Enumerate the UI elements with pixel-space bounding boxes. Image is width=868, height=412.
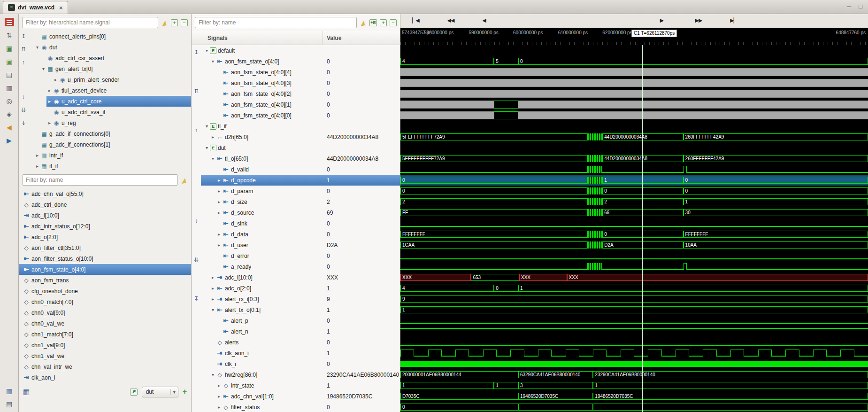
wave-row[interactable] bbox=[400, 250, 868, 261]
signal-list-item[interactable]: ⇤aon_filter_status_o[10:0] bbox=[19, 253, 191, 264]
column-header-value[interactable]: Value bbox=[323, 35, 400, 41]
clear-filter-icon[interactable]: ◢ bbox=[160, 18, 169, 27]
tree-item[interactable]: ▾▦gen_alert_tx[0] bbox=[28, 63, 191, 74]
line-down-icon[interactable]: ↓ bbox=[22, 93, 25, 101]
expander-icon[interactable]: ▾ bbox=[34, 45, 40, 50]
wave-row[interactable]: 5FEFFFFFFFF72A944D20000000034A8260FFFFFF… bbox=[400, 153, 868, 164]
timeline[interactable]: 574394757 ps580000000 ps590000000 ps6000… bbox=[400, 28, 868, 45]
grid-view-icon[interactable]: ▦ bbox=[23, 388, 30, 396]
signal-row[interactable]: ▸⇤adc_chn_val[1:0]19486520D7035C bbox=[201, 391, 400, 402]
tab-dvt-wave[interactable]: ≈ dvt_wave.vcd × bbox=[3, 1, 68, 14]
signal-row[interactable]: ▸◇filter_status0 bbox=[201, 402, 400, 412]
wave-row[interactable]: 221 bbox=[400, 196, 868, 207]
line-down-icon[interactable]: ↓ bbox=[195, 218, 198, 225]
signal-row[interactable]: ▾Edut bbox=[201, 142, 400, 153]
expander-icon[interactable]: ▸ bbox=[46, 120, 53, 125]
wave-row[interactable]: 0 bbox=[400, 402, 868, 412]
tree-item[interactable]: ▸◉tlul_assert_device bbox=[28, 85, 191, 96]
expander-icon[interactable]: ▸ bbox=[216, 232, 222, 237]
signal-list-item[interactable]: ◇chn1_match[7:0] bbox=[19, 329, 191, 340]
expander-icon[interactable]: ▸ bbox=[216, 210, 222, 215]
zoom-icon[interactable]: ◎ bbox=[5, 97, 14, 105]
signal-row[interactable]: ▸⇤d_userD2A bbox=[201, 240, 400, 250]
cursor-flag[interactable]: C1 T=626112870ps bbox=[631, 30, 677, 37]
tree-item[interactable]: ▾◉dut bbox=[28, 42, 191, 53]
signal-row[interactable]: ▸⇤d_size2 bbox=[201, 196, 400, 207]
waveform-snapshot-icon[interactable]: ▣ bbox=[5, 44, 14, 53]
tree-item[interactable]: ▸▦intr_if bbox=[28, 150, 191, 161]
signal-list-item[interactable]: ◇chn_val_intr_we bbox=[19, 361, 191, 372]
wave-row[interactable]: 010 bbox=[400, 175, 868, 186]
fast-backward-button[interactable]: ◀◀ bbox=[447, 17, 454, 23]
signal-row[interactable]: ⇤alert_n1 bbox=[201, 326, 400, 337]
wave-row[interactable]: 000 bbox=[400, 186, 868, 196]
signal-list-item[interactable]: ◇cfg_oneshot_done bbox=[19, 286, 191, 296]
hierarchy-filter-input[interactable] bbox=[22, 17, 158, 28]
signal-row[interactable]: ⇤alert_p0 bbox=[201, 315, 400, 326]
inspect-icon[interactable]: ◈ bbox=[5, 110, 14, 118]
wave-row[interactable]: FF6930 bbox=[400, 207, 868, 218]
expander-icon[interactable]: ▸ bbox=[34, 163, 40, 169]
signal-row[interactable]: ◇alerts0 bbox=[201, 337, 400, 348]
collapse-all-icon[interactable]: − bbox=[181, 19, 188, 26]
clear-filter-icon[interactable]: ◢ bbox=[180, 176, 188, 184]
expander-icon[interactable]: ▸ bbox=[216, 178, 222, 183]
expander-icon[interactable]: ▸ bbox=[53, 77, 59, 82]
scroll-to-top-icon[interactable]: ↥ bbox=[194, 49, 199, 56]
wave-row[interactable] bbox=[400, 326, 868, 337]
cursor-line[interactable] bbox=[642, 45, 643, 412]
step-backward-button[interactable]: ◀ bbox=[482, 17, 485, 23]
signal-row[interactable]: ⇤d_valid0 bbox=[201, 164, 400, 175]
wave-row[interactable]: FFFFFFFF0FFFFFFFF bbox=[400, 229, 868, 240]
signal-row[interactable]: ⇤aon_fsm_state_o[4:0][2]0 bbox=[201, 88, 400, 99]
expander-icon[interactable]: ▸ bbox=[210, 286, 216, 291]
page-up-icon[interactable]: ⇈ bbox=[21, 46, 26, 53]
signal-row[interactable]: ⇤d_error0 bbox=[201, 250, 400, 261]
histogram-icon[interactable]: ▤ bbox=[5, 70, 14, 79]
signal-row[interactable]: ▾⇤aon_fsm_state_o[4:0]0 bbox=[201, 56, 400, 67]
expander-icon[interactable]: ▾ bbox=[204, 124, 210, 129]
signal-list-item[interactable]: ◇chn1_val[9:0] bbox=[19, 340, 191, 350]
wave-row[interactable] bbox=[400, 45, 868, 56]
add-signal-icon[interactable]: + bbox=[183, 388, 187, 396]
wave-row[interactable] bbox=[400, 337, 868, 348]
signal-row[interactable]: ▸⇤d_data0 bbox=[201, 229, 400, 240]
expander-icon[interactable]: ▸ bbox=[210, 296, 216, 302]
tree-item[interactable]: ◉adc_ctrl_csr_assert bbox=[28, 53, 191, 63]
wave-row[interactable]: 1CAAD2A10AA bbox=[400, 240, 868, 250]
expander-icon[interactable]: ▾ bbox=[204, 145, 210, 150]
signal-list-item[interactable]: ⇥clk_aon_i bbox=[19, 372, 191, 383]
step-forward-button[interactable]: ▶ bbox=[660, 17, 663, 23]
wave-row[interactable] bbox=[400, 78, 868, 88]
signal-filter-input[interactable] bbox=[22, 174, 178, 186]
signal-row[interactable]: ⇤a_ready0 bbox=[201, 261, 400, 272]
wave-row[interactable]: 5FEFFFFFFFF72A944D20000000034A8260FFFFFF… bbox=[400, 132, 868, 142]
expander-icon[interactable]: ▸ bbox=[210, 134, 216, 140]
signal-list-item[interactable]: ⇤adc_o[2:0] bbox=[19, 232, 191, 242]
wave-row[interactable]: 1131 bbox=[400, 380, 868, 391]
scroll-to-top-icon[interactable]: ↥ bbox=[21, 33, 26, 40]
wave-row[interactable] bbox=[400, 67, 868, 78]
expand-all-icon[interactable]: + bbox=[380, 19, 387, 26]
page-up-icon[interactable]: ⇈ bbox=[194, 88, 199, 95]
wave-row[interactable]: 200000001AE06B8000014463290CA41AE06B8000… bbox=[400, 369, 868, 380]
signal-row[interactable]: ▸⇤d_param0 bbox=[201, 186, 400, 196]
wave-row[interactable]: 401 bbox=[400, 283, 868, 294]
expander-icon[interactable]: ▾ bbox=[204, 48, 210, 53]
scope-link-icon[interactable]: -E bbox=[130, 389, 138, 396]
wave-row[interactable]: D7035C19486520D7035C19486520D7035C bbox=[400, 391, 868, 402]
wave-row[interactable] bbox=[400, 164, 868, 175]
add-scope-icon[interactable]: +E bbox=[369, 19, 377, 26]
tree-item[interactable]: ▦connect_alerts_pins[0] bbox=[28, 31, 191, 42]
signal-list-item[interactable]: ◇aon_fsm_trans bbox=[19, 275, 191, 286]
wave-row[interactable]: XXX653XXXXXX bbox=[400, 272, 868, 283]
wave-row[interactable]: 9 bbox=[400, 294, 868, 304]
signal-row[interactable]: ⇤aon_fsm_state_o[4:0][1]0 bbox=[201, 99, 400, 110]
grid-view-icon[interactable]: ▦ bbox=[5, 387, 14, 395]
console-icon[interactable]: ▤ bbox=[5, 400, 14, 408]
expander-icon[interactable]: ▸ bbox=[216, 199, 222, 204]
signal-row[interactable]: ▸⇤d_opcode1 bbox=[201, 175, 400, 186]
expander-icon[interactable]: ▾ bbox=[210, 156, 216, 161]
signal-list-item[interactable]: ◇chn0_match[7:0] bbox=[19, 296, 191, 307]
tree-item[interactable]: ▸◉u_reg bbox=[28, 117, 191, 128]
